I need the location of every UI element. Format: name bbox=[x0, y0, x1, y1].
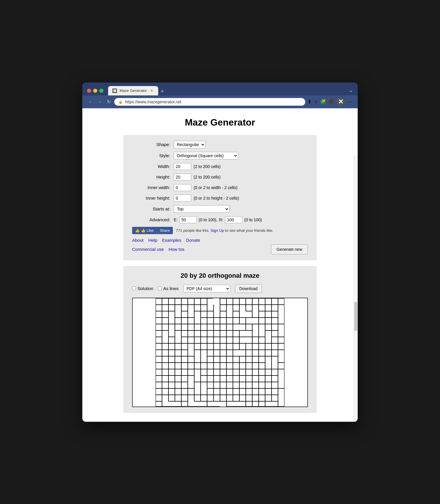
tab-icon: 🔲 bbox=[112, 88, 117, 93]
close-button[interactable] bbox=[87, 89, 91, 93]
inner-height-hint: (0 or 2 to height - 2 cells) bbox=[194, 196, 239, 200]
generate-button[interactable]: Generate new bbox=[271, 244, 308, 254]
like-label: 👍 Like bbox=[141, 228, 154, 233]
commercial-link[interactable]: Commercial use bbox=[132, 247, 164, 252]
profile-icon[interactable]: ✕ bbox=[337, 98, 345, 106]
as-lines-checkbox[interactable] bbox=[158, 287, 162, 290]
tab-title: Maze Generator bbox=[120, 88, 147, 93]
tab-close-button[interactable]: ✕ bbox=[149, 88, 154, 93]
width-label: Width: bbox=[132, 164, 170, 169]
as-lines-checkbox-label[interactable]: As lines bbox=[158, 286, 179, 291]
e-label: E: bbox=[174, 217, 178, 222]
active-tab[interactable]: 🔲 Maze Generator ✕ bbox=[108, 86, 158, 95]
as-lines-label: As lines bbox=[163, 286, 179, 291]
advanced-row: Advanced: E: 50 (0 to 100), R: 100 (0 to… bbox=[132, 216, 308, 223]
width-hint: (2 to 200 cells) bbox=[194, 164, 221, 169]
shape-label: Shape: bbox=[132, 142, 170, 147]
solution-label: Solution bbox=[137, 286, 153, 291]
reload-button[interactable]: ↻ bbox=[106, 98, 112, 106]
share-icon[interactable]: ⬆ bbox=[308, 99, 311, 104]
forward-button[interactable]: → bbox=[96, 98, 103, 106]
height-row: Height: 20 (2 to 200 cells) bbox=[132, 174, 308, 181]
help-link[interactable]: Help bbox=[148, 238, 157, 243]
url-text: https://www.mazegenerator.net bbox=[125, 100, 301, 104]
style-row: Style: Orthogonal (Square cells) Sigma (… bbox=[132, 152, 308, 160]
config-panel: Shape: Rectangular Circular Triangular H… bbox=[123, 135, 317, 260]
links-row-1: About Help Examples Donate bbox=[132, 238, 308, 243]
fb-like-count-text: 771 people like this. Sign Up to see wha… bbox=[176, 228, 273, 233]
maze-section: 20 by 20 orthogonal maze Solution As lin… bbox=[123, 266, 317, 413]
width-input[interactable]: 20 bbox=[174, 163, 191, 170]
maze-image bbox=[156, 298, 284, 407]
lock-icon: 🔒 bbox=[118, 100, 123, 104]
shape-select[interactable]: Rectangular Circular Triangular Hexagona… bbox=[174, 141, 205, 148]
inner-width-row: Inner width: 0 (0 or 2 to width - 2 cell… bbox=[132, 184, 308, 191]
maze-controls: Solution As lines PDF (A4 size) PDF (A3 … bbox=[132, 284, 308, 293]
inner-width-hint: (0 or 2 to width - 2 cells) bbox=[194, 185, 237, 190]
height-input[interactable]: 20 bbox=[174, 174, 191, 181]
maximize-button[interactable] bbox=[99, 89, 103, 93]
starts-at-select[interactable]: Top Bottom Left Right Random bbox=[174, 205, 229, 213]
inner-width-label: Inner width: bbox=[132, 185, 170, 190]
inner-height-input[interactable]: 0 bbox=[174, 195, 191, 202]
about-link[interactable]: About bbox=[132, 238, 144, 243]
minimize-button[interactable] bbox=[93, 89, 97, 93]
address-bar[interactable]: 🔒 https://www.mazegenerator.net bbox=[114, 98, 305, 106]
advanced-label: Advanced: bbox=[132, 217, 170, 222]
solution-checkbox-label[interactable]: Solution bbox=[132, 286, 153, 291]
fb-signup-link[interactable]: Sign Up bbox=[211, 228, 224, 233]
scrollbar-thumb[interactable] bbox=[354, 302, 357, 331]
thumbs-up-icon: 👍 bbox=[135, 228, 140, 233]
download-button[interactable]: Download bbox=[235, 284, 262, 293]
back-button[interactable]: ← bbox=[87, 98, 94, 106]
sidebar-icon[interactable]: ⬛ bbox=[328, 99, 334, 104]
height-hint: (2 to 200 cells) bbox=[194, 175, 221, 179]
new-tab-button[interactable]: + bbox=[161, 88, 164, 94]
maze-title: 20 by 20 orthogonal maze bbox=[132, 272, 308, 280]
height-label: Height: bbox=[132, 174, 170, 179]
shape-row: Shape: Rectangular Circular Triangular H… bbox=[132, 141, 308, 148]
r-label: R: bbox=[219, 217, 223, 222]
examples-link[interactable]: Examples bbox=[162, 238, 181, 243]
fb-like-section: 👍 👍 Like Share 771 people like this. Sig… bbox=[132, 227, 308, 234]
bookmark-icon[interactable]: ☆ bbox=[314, 99, 318, 104]
style-label: Style: bbox=[132, 153, 170, 158]
tab-chevron[interactable]: ⌄ bbox=[349, 87, 353, 93]
starts-at-row: Starts at: Top Bottom Left Right Random bbox=[132, 205, 308, 213]
solution-checkbox[interactable] bbox=[132, 287, 136, 290]
more-menu-icon[interactable]: ⋯ bbox=[347, 98, 353, 105]
inner-height-label: Inner height: bbox=[132, 196, 170, 200]
page-title: Maze Generator bbox=[123, 117, 317, 128]
inner-height-row: Inner height: 0 (0 or 2 to height - 2 ce… bbox=[132, 195, 308, 202]
e-input[interactable]: 50 bbox=[179, 216, 197, 223]
fb-like-button[interactable]: 👍 👍 Like bbox=[132, 227, 156, 234]
howtos-link[interactable]: How tos bbox=[168, 247, 184, 252]
r-input[interactable]: 100 bbox=[225, 216, 243, 223]
e-hint: (0 to 100), bbox=[199, 217, 217, 222]
r-hint: (0 to 100) bbox=[244, 217, 262, 222]
download-format-select[interactable]: PDF (A4 size) PDF (A3 size) PDF (Letter … bbox=[183, 285, 230, 292]
maze-container bbox=[132, 298, 308, 407]
traffic-lights bbox=[87, 89, 103, 93]
starts-at-label: Starts at: bbox=[132, 206, 170, 211]
extensions-icon[interactable]: 🧩 bbox=[320, 99, 326, 104]
links-generate-row: Commercial use How tos Generate new bbox=[132, 244, 308, 254]
inner-width-input[interactable]: 0 bbox=[174, 184, 191, 191]
width-row: Width: 20 (2 to 200 cells) bbox=[132, 163, 308, 170]
fb-share-button[interactable]: Share bbox=[156, 227, 173, 234]
scrollbar[interactable] bbox=[354, 155, 358, 422]
browser-content: Maze Generator Shape: Rectangular Circul… bbox=[82, 108, 358, 422]
donate-link[interactable]: Donate bbox=[186, 238, 200, 243]
style-select[interactable]: Orthogonal (Square cells) Sigma (Triangu… bbox=[174, 152, 238, 160]
links-row-2: Commercial use How tos bbox=[132, 247, 185, 252]
